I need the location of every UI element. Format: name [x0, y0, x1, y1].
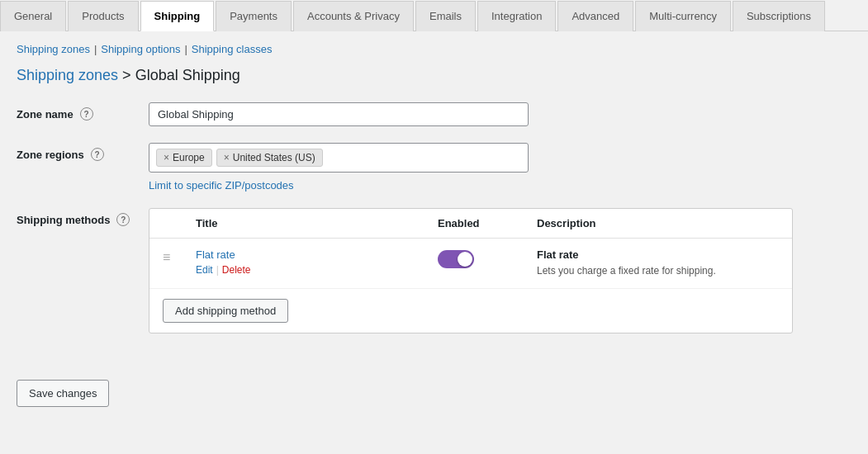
- zone-regions-help-icon[interactable]: ?: [91, 148, 104, 161]
- add-shipping-method-button[interactable]: Add shipping method: [163, 299, 288, 323]
- sub-nav-options[interactable]: Shipping options: [101, 43, 180, 55]
- tab-integration[interactable]: Integration: [477, 1, 556, 31]
- zone-regions-field: ×Europe×United States (US) Limit to spec…: [149, 143, 851, 192]
- zone-name-row: Zone name ?: [17, 102, 851, 126]
- col-description: Description: [537, 217, 779, 229]
- tab-products[interactable]: Products: [68, 1, 138, 31]
- methods-table: Title Enabled Description ≡Flat rateEdit…: [149, 208, 793, 333]
- action-separator: |: [216, 264, 219, 276]
- tab-emails[interactable]: Emails: [415, 1, 476, 31]
- tag-remove-us[interactable]: ×: [224, 153, 230, 163]
- method-name-col: Flat rateEdit | Delete: [196, 248, 438, 276]
- breadcrumb-current: Global Shipping: [135, 67, 240, 83]
- tab-multi-currency[interactable]: Multi-currency: [635, 1, 731, 31]
- sub-nav-classes[interactable]: Shipping classes: [192, 43, 273, 55]
- zone-name-label: Zone name ?: [17, 102, 149, 121]
- toggle-knob: [458, 252, 472, 267]
- tag-label-europe: Europe: [173, 152, 205, 163]
- drag-handle-icon[interactable]: ≡: [163, 248, 196, 265]
- tab-payments[interactable]: Payments: [216, 1, 292, 31]
- sub-nav-sep: |: [184, 43, 187, 55]
- tab-advanced[interactable]: Advanced: [557, 1, 633, 31]
- add-method-row: Add shipping method: [149, 289, 792, 333]
- zone-name-help-icon[interactable]: ?: [80, 107, 93, 121]
- tabs-bar: GeneralProductsShippingPaymentsAccounts …: [0, 0, 868, 31]
- footer: Save changes: [0, 367, 868, 420]
- methods-rows: ≡Flat rateEdit | DeleteFlat rateLets you…: [149, 239, 792, 289]
- tab-subscriptions[interactable]: Subscriptions: [733, 1, 825, 31]
- zone-name-input[interactable]: [149, 102, 529, 126]
- zone-regions-tags-input[interactable]: ×Europe×United States (US): [149, 143, 529, 173]
- sub-nav-zones[interactable]: Shipping zones: [17, 43, 90, 55]
- col-enabled: Enabled: [438, 217, 537, 229]
- limit-zip-link[interactable]: Limit to specific ZIP/postcodes: [149, 179, 851, 192]
- method-description-col: Flat rateLets you charge a fixed rate fo…: [537, 248, 779, 278]
- page-title: Shipping zones > Global Shipping: [17, 67, 851, 84]
- method-enabled-toggle[interactable]: [438, 250, 474, 268]
- main-content: Shipping zones | Shipping options | Ship…: [0, 31, 868, 367]
- tab-shipping[interactable]: Shipping: [140, 1, 215, 31]
- col-title: Title: [196, 217, 438, 229]
- sub-nav: Shipping zones | Shipping options | Ship…: [17, 43, 851, 55]
- toggle-slider: [438, 250, 474, 268]
- shipping-methods-help-icon[interactable]: ?: [116, 213, 130, 226]
- table-row: ≡Flat rateEdit | DeleteFlat rateLets you…: [149, 239, 792, 289]
- method-description-title: Flat rate: [537, 248, 779, 261]
- edit-link[interactable]: Edit: [196, 264, 213, 276]
- method-toggle-col: [438, 248, 537, 268]
- tag-us: ×United States (US): [216, 149, 323, 167]
- zone-name-field: [149, 102, 851, 126]
- breadcrumb-zones-link[interactable]: Shipping zones: [17, 67, 118, 83]
- method-name-link[interactable]: Flat rate: [196, 248, 438, 261]
- breadcrumb-separator: >: [122, 67, 135, 83]
- method-actions: Edit | Delete: [196, 264, 438, 276]
- methods-header: Title Enabled Description: [149, 209, 792, 239]
- tag-label-us: United States (US): [233, 152, 315, 163]
- delete-link[interactable]: Delete: [222, 264, 251, 276]
- save-changes-button[interactable]: Save changes: [17, 380, 109, 407]
- tab-general[interactable]: General: [0, 1, 66, 31]
- tab-accounts-privacy[interactable]: Accounts & Privacy: [293, 1, 414, 31]
- method-description-text: Lets you charge a fixed rate for shippin…: [537, 263, 779, 278]
- shipping-methods-row: Shipping methods ? Title Enabled Descrip…: [17, 208, 851, 333]
- zone-regions-label: Zone regions ?: [17, 143, 149, 161]
- sub-nav-sep: |: [94, 43, 97, 55]
- tag-remove-europe[interactable]: ×: [164, 153, 169, 163]
- shipping-methods-field: Title Enabled Description ≡Flat rateEdit…: [149, 208, 851, 333]
- tag-europe: ×Europe: [156, 149, 212, 167]
- shipping-methods-label: Shipping methods ?: [17, 208, 149, 226]
- zone-regions-row: Zone regions ? ×Europe×United States (US…: [17, 143, 851, 192]
